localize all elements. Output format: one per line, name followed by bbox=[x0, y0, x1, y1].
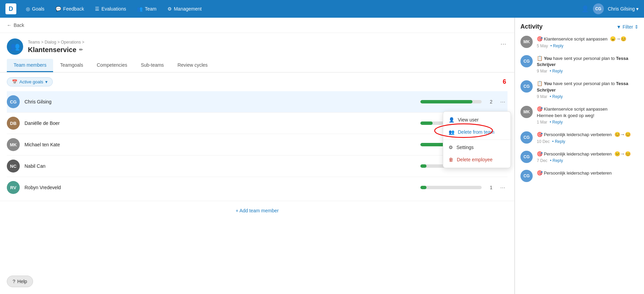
member-progress-bar bbox=[420, 186, 482, 189]
goal-icon: 🎯 bbox=[537, 106, 543, 112]
activity-emoji: 😊→😊 bbox=[614, 132, 631, 137]
activity-avatar: MK bbox=[520, 36, 533, 48]
chevron-down-icon: ▾ bbox=[636, 6, 639, 12]
breadcrumb-teams[interactable]: Teams bbox=[28, 40, 40, 45]
nav-goals[interactable]: ◎ Goals bbox=[22, 4, 49, 14]
active-goals-filter[interactable]: 📅 Active goals ▾ bbox=[7, 77, 53, 86]
management-icon: ⚙ bbox=[167, 6, 172, 12]
edit-team-name-icon[interactable]: ✏ bbox=[79, 47, 83, 52]
activity-body: 📋 You have sent your personal plan to Te… bbox=[537, 55, 639, 74]
member-more-button[interactable]: ··· bbox=[498, 183, 508, 192]
activity-avatar: CG bbox=[520, 80, 533, 93]
settings-option[interactable]: ⚙ Settings bbox=[443, 141, 511, 153]
back-button[interactable]: ← Back bbox=[0, 18, 514, 33]
tab-teamgoals[interactable]: Teamgoals bbox=[53, 59, 90, 72]
filter-bar: 📅 Active goals ▾ 6 bbox=[0, 72, 514, 91]
activity-emoji: 😠→😊 bbox=[610, 36, 626, 42]
activity-filter-button[interactable]: ▼ Filter ⇕ bbox=[616, 24, 639, 30]
notifications-icon[interactable]: 👤 bbox=[581, 5, 589, 13]
team-icon: 👥 bbox=[7, 38, 23, 55]
breadcrumb-operations[interactable]: Operations bbox=[61, 40, 81, 45]
left-panel: ← Back 👥 Teams > Dialog > Operations > bbox=[0, 18, 515, 294]
top-navigation: D ◎ Goals 💬 Feedback ☰ Evaluations 👥 Tea… bbox=[0, 0, 644, 18]
goal-count-annotation: 6 bbox=[503, 78, 506, 85]
activity-avatar: CG bbox=[520, 131, 533, 144]
member-name: Michael ten Kate bbox=[25, 142, 420, 147]
filter-icon: ▼ bbox=[616, 24, 621, 30]
reply-link[interactable]: • Reply bbox=[552, 139, 565, 144]
add-team-member-button[interactable]: + Add team member bbox=[236, 208, 278, 213]
activity-item: MK 🎯 Klantenservice script aanpassen Hie… bbox=[520, 106, 639, 125]
reply-link[interactable]: • Reply bbox=[550, 69, 563, 74]
activity-item: CG 📋 You have sent your personal plan to… bbox=[520, 55, 639, 74]
activity-text: 🎯 Persoonlijk leiderschap verbeteren 😊→😊 bbox=[537, 131, 639, 138]
activity-text: 🎯 Persoonlijk leiderschap verbeteren bbox=[537, 170, 639, 177]
tab-sub-teams[interactable]: Sub-teams bbox=[134, 59, 171, 72]
delete-employee-option[interactable]: 🗑 Delete employee bbox=[443, 153, 511, 166]
reply-link[interactable]: • Reply bbox=[550, 94, 563, 99]
activity-meta: 1 Mar • Reply bbox=[537, 120, 639, 125]
main-layout: ← Back 👥 Teams > Dialog > Operations > bbox=[0, 18, 644, 294]
member-row: MK Michael ten Kate ··· bbox=[7, 134, 508, 156]
member-dropdown-menu: 👤 View user 👥 Delete from team bbox=[443, 111, 511, 168]
user-menu[interactable]: Chris Gilsing ▾ bbox=[608, 6, 639, 12]
member-progress-bar bbox=[420, 100, 482, 103]
help-button[interactable]: ? Help bbox=[7, 276, 33, 287]
activity-body: 🎯 Klantenservice script aanpassen 😠→😊 5 … bbox=[537, 36, 639, 48]
activity-avatar: CG bbox=[520, 55, 533, 67]
calendar-icon: 📅 bbox=[12, 79, 17, 84]
goal-icon: 🎯 bbox=[537, 36, 543, 42]
goal-icon: 🎯 bbox=[537, 132, 543, 137]
help-icon: ? bbox=[13, 279, 15, 284]
breadcrumb-dialog[interactable]: Dialog bbox=[45, 40, 56, 45]
reply-link[interactable]: • Reply bbox=[550, 120, 563, 125]
progress-fill bbox=[420, 121, 433, 125]
team-icon: 👥 bbox=[137, 6, 143, 12]
delete-team-icon: 👥 bbox=[449, 129, 454, 135]
goal-icon: 🎯 bbox=[537, 151, 543, 157]
member-name: Chris Gilsing bbox=[25, 99, 420, 104]
team-header: 👥 Teams > Dialog > Operations > Klantens… bbox=[0, 33, 514, 55]
member-name: Nabil Can bbox=[25, 163, 420, 169]
activity-body: 🎯 Persoonlijk leiderschap verbeteren 😊→😊… bbox=[537, 131, 639, 144]
activity-avatar: CG bbox=[520, 151, 533, 163]
more-dots-icon: ··· bbox=[500, 98, 505, 105]
tab-team-members[interactable]: Team members bbox=[7, 59, 53, 72]
topnav-right: 👤 CG Chris Gilsing ▾ bbox=[581, 3, 639, 14]
nav-evaluations[interactable]: ☰ Evaluations bbox=[91, 4, 130, 14]
activity-meta: 9 Mar • Reply bbox=[537, 69, 639, 74]
nav-management[interactable]: ⚙ Management bbox=[163, 4, 206, 14]
delete-from-team-option[interactable]: 👥 Delete from team bbox=[443, 126, 511, 138]
user-avatar[interactable]: CG bbox=[593, 3, 604, 14]
member-more-button[interactable]: ··· 👤 View user 👥 Delete from team bbox=[498, 97, 508, 107]
delete-icon: 🗑 bbox=[449, 157, 453, 162]
nav-team[interactable]: 👥 Team bbox=[133, 4, 160, 14]
member-goal-count: 2 bbox=[487, 99, 495, 104]
activity-item: CG 🎯 Persoonlijk leiderschap verbeteren bbox=[520, 170, 639, 182]
progress-fill bbox=[420, 186, 426, 189]
reply-link[interactable]: • Reply bbox=[550, 158, 563, 163]
progress-fill bbox=[420, 164, 426, 168]
app-logo[interactable]: D bbox=[5, 3, 16, 14]
progress-fill bbox=[420, 100, 472, 103]
activity-meta: 5 May • Reply bbox=[537, 44, 639, 48]
team-more-options-icon[interactable]: ··· bbox=[499, 38, 508, 49]
reply-link[interactable]: • Reply bbox=[550, 44, 563, 48]
view-user-option[interactable]: 👤 View user bbox=[443, 114, 511, 126]
activity-item: CG 📋 You have sent your personal plan to… bbox=[520, 80, 639, 99]
activity-item: CG 🎯 Persoonlijk leiderschap verbeteren … bbox=[520, 151, 639, 163]
activity-body: 🎯 Klantenservice script aanpassen Hierme… bbox=[537, 106, 639, 125]
user-icon: 👤 bbox=[449, 117, 454, 122]
member-avatar: CG bbox=[7, 95, 20, 108]
tab-review-cycles[interactable]: Review cycles bbox=[171, 59, 214, 72]
activity-text: 🎯 Persoonlijk leiderschap verbeteren 😐→😊 bbox=[537, 151, 639, 158]
member-name: Daniëlle de Boer bbox=[25, 120, 420, 126]
send-icon: 📋 bbox=[537, 81, 543, 86]
nav-feedback[interactable]: 💬 Feedback bbox=[51, 4, 88, 14]
goals-icon: ◎ bbox=[26, 6, 30, 12]
feedback-icon: 💬 bbox=[55, 6, 61, 12]
activity-avatar: CG bbox=[520, 170, 533, 182]
activity-body: 🎯 Persoonlijk leiderschap verbeteren 😐→😊… bbox=[537, 151, 639, 163]
members-list: CG Chris Gilsing 2 ··· 👤 View user bbox=[0, 91, 514, 198]
tab-competencies[interactable]: Competencies bbox=[90, 59, 134, 72]
